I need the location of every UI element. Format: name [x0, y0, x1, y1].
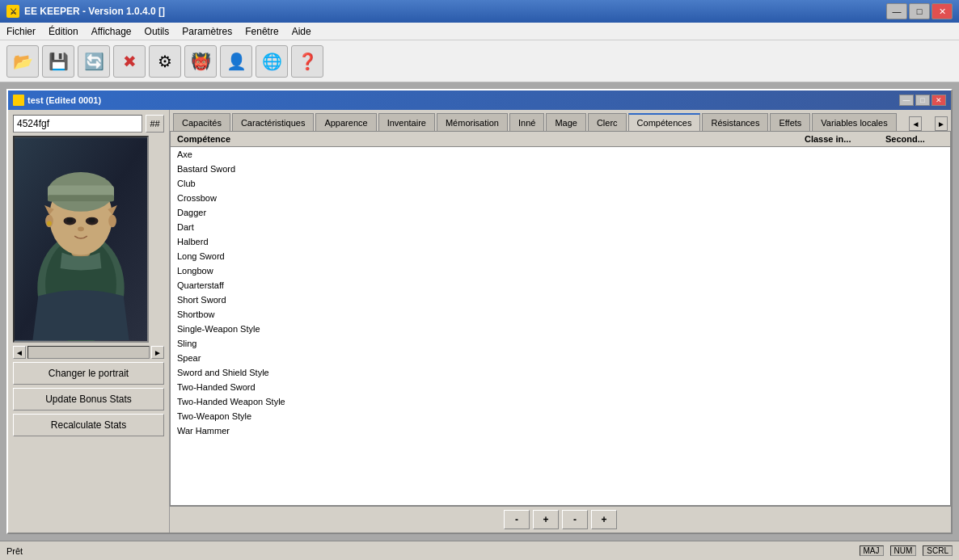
- char-name-input[interactable]: [13, 115, 142, 133]
- menu-bar: Fichier Édition Affichage Outils Paramèt…: [0, 23, 959, 40]
- skill-row[interactable]: Single-Weapon Style: [171, 322, 950, 336]
- menu-affichage[interactable]: Affichage: [85, 23, 138, 40]
- skill-row[interactable]: Sword and Shield Style: [171, 365, 950, 380]
- char-restore-btn[interactable]: □: [915, 95, 930, 106]
- tab-apparence[interactable]: Apparence: [315, 113, 376, 131]
- party-button[interactable]: 👤: [220, 45, 252, 78]
- globe-button[interactable]: 🌐: [256, 45, 288, 78]
- app-title: EE KEEPER - Version 1.0.4.0 []: [24, 6, 165, 17]
- maximize-button[interactable]: □: [909, 3, 930, 19]
- update-bonus-button[interactable]: Update Bonus Stats: [13, 388, 164, 411]
- skill-row[interactable]: Dagger: [171, 205, 950, 220]
- tab-content: Compétence Classe in... Second... Axe Ba…: [170, 131, 951, 506]
- plus-btn-1[interactable]: +: [533, 510, 559, 529]
- recalculate-button[interactable]: Recalculate Stats: [13, 414, 164, 436]
- tab-resistances[interactable]: Résistances: [702, 113, 768, 131]
- char-title: test (Edited 0001): [27, 95, 101, 105]
- right-panel: Capacités Caractéristiques Apparence Inv…: [170, 110, 951, 533]
- portrait-image: [15, 137, 147, 341]
- skill-row[interactable]: Crossbow: [171, 191, 950, 205]
- skill-row[interactable]: Halberd: [171, 234, 950, 249]
- minus-btn-2[interactable]: -: [562, 510, 588, 529]
- tab-caracteristiques[interactable]: Caractéristiques: [232, 113, 314, 131]
- status-scrl: SCRL: [923, 545, 953, 556]
- menu-aide[interactable]: Aide: [285, 23, 318, 40]
- skill-row[interactable]: Long Sword: [171, 249, 950, 263]
- menu-edition[interactable]: Édition: [42, 23, 85, 40]
- skill-row[interactable]: Longbow: [171, 263, 950, 278]
- char-title-left: test (Edited 0001): [13, 95, 101, 106]
- character-button[interactable]: 👹: [184, 45, 217, 78]
- skill-row[interactable]: War Hammer: [171, 423, 950, 438]
- svg-point-12: [78, 226, 84, 231]
- title-bar: ⚔ EE KEEPER - Version 1.0.4.0 [] — □ ✕: [0, 0, 959, 23]
- portrait-container: [13, 136, 149, 343]
- portrait-scroll-area[interactable]: [27, 346, 150, 359]
- tab-scroll-next[interactable]: ►: [935, 116, 948, 131]
- char-name-row: ##: [13, 115, 164, 133]
- char-icon: [13, 95, 24, 106]
- minimize-button[interactable]: —: [886, 3, 907, 19]
- char-minimize-btn[interactable]: —: [899, 95, 914, 106]
- refresh-button[interactable]: 🔄: [78, 45, 110, 78]
- col-header-skill: Compétence: [174, 133, 801, 145]
- change-portrait-button[interactable]: Changer le portrait: [13, 362, 164, 385]
- skill-row[interactable]: Shortbow: [171, 307, 950, 322]
- options-button[interactable]: ⚙: [149, 45, 181, 78]
- svg-point-10: [66, 218, 73, 223]
- skill-row[interactable]: Bastard Sword: [171, 162, 950, 176]
- status-right: MAJ NUM SCRL: [860, 545, 953, 556]
- skill-row[interactable]: Spear: [171, 351, 950, 365]
- app-icon: ⚔: [6, 5, 19, 18]
- help-button[interactable]: ❓: [291, 45, 323, 78]
- tab-effets[interactable]: Effets: [770, 113, 810, 131]
- tab-inventaire[interactable]: Inventaire: [378, 113, 435, 131]
- tab-capacites[interactable]: Capacités: [173, 113, 230, 131]
- portrait-svg: [15, 137, 147, 341]
- status-bar: Prêt MAJ NUM SCRL: [0, 541, 959, 560]
- skill-row[interactable]: Two-Handed Weapon Style: [171, 394, 950, 409]
- plus-btn-2[interactable]: +: [591, 510, 617, 529]
- menu-fichier[interactable]: Fichier: [0, 23, 42, 40]
- tab-mage[interactable]: Mage: [546, 113, 586, 131]
- menu-parametres[interactable]: Paramètres: [175, 23, 239, 40]
- skill-row[interactable]: Sling: [171, 336, 950, 351]
- skill-row[interactable]: Two-Weapon Style: [171, 409, 950, 423]
- svg-point-11: [89, 218, 95, 223]
- main-area: test (Edited 0001) — □ ✕ ##: [0, 82, 959, 541]
- delete-button[interactable]: ✖: [113, 45, 146, 78]
- col-header-second: Second...: [882, 133, 947, 145]
- char-close-btn[interactable]: ✕: [932, 95, 946, 106]
- status-text: Prêt: [6, 546, 23, 556]
- minus-btn-1[interactable]: -: [504, 510, 530, 529]
- char-title-controls: — □ ✕: [899, 95, 946, 106]
- tab-bottom: - + - +: [170, 506, 951, 533]
- save-button[interactable]: 💾: [42, 45, 74, 78]
- skill-row[interactable]: Axe: [171, 147, 950, 162]
- skill-row[interactable]: Two-Handed Sword: [171, 380, 950, 394]
- tab-variables-locales[interactable]: Variables locales: [812, 113, 896, 131]
- tab-memorisation[interactable]: Mémorisation: [437, 113, 508, 131]
- col-header-class: Classe in...: [801, 133, 882, 145]
- tab-scroll-prev[interactable]: ◄: [909, 116, 922, 131]
- skill-row[interactable]: Short Sword: [171, 293, 950, 307]
- menu-fenetre[interactable]: Fenêtre: [239, 23, 285, 40]
- scroll-left-btn[interactable]: ◄: [13, 346, 26, 359]
- scroll-right-btn[interactable]: ►: [151, 346, 164, 359]
- skill-row[interactable]: Dart: [171, 220, 950, 234]
- portrait-scroll: ◄ ►: [13, 346, 164, 359]
- svg-rect-7: [48, 195, 114, 201]
- hash-button[interactable]: ##: [146, 115, 164, 133]
- skill-row[interactable]: Club: [171, 176, 950, 191]
- status-maj: MAJ: [860, 545, 884, 556]
- menu-outils[interactable]: Outils: [138, 23, 176, 40]
- tab-clerc[interactable]: Clerc: [588, 113, 627, 131]
- char-title-bar: test (Edited 0001) — □ ✕: [8, 91, 951, 110]
- title-controls: — □ ✕: [886, 3, 953, 19]
- tab-competences[interactable]: Compétences: [628, 113, 701, 131]
- skill-row[interactable]: Quarterstaff: [171, 278, 950, 293]
- toolbar: 📂 💾 🔄 ✖ ⚙ 👹 👤 🌐 ❓: [0, 40, 959, 82]
- close-button[interactable]: ✕: [932, 3, 953, 19]
- tab-inne[interactable]: Inné: [509, 113, 544, 131]
- open-button[interactable]: 📂: [6, 45, 39, 78]
